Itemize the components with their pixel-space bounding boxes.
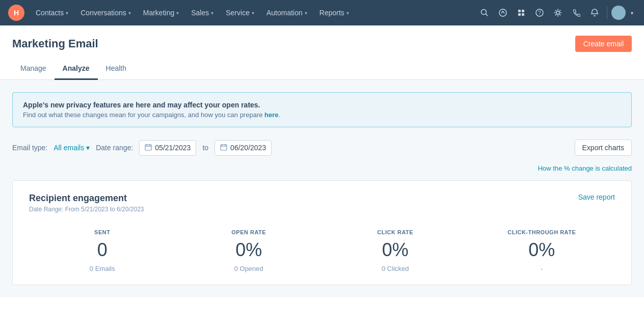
nav-service[interactable]: Service ▾	[221, 6, 259, 20]
engagement-card: Recipient engagement Save report Date Ra…	[12, 180, 632, 285]
svg-rect-12	[145, 145, 151, 150]
nav-reports[interactable]: Reports ▾	[314, 6, 354, 20]
phone-button[interactable]	[568, 5, 584, 21]
page-container: Marketing Email Create email Manage Anal…	[0, 25, 644, 331]
svg-text:H: H	[14, 9, 19, 17]
stat-open-rate: OPEN RATE 0% 0 Opened	[176, 229, 323, 272]
calendar-icon	[220, 144, 227, 152]
date-from-input[interactable]: 05/21/2023	[139, 140, 196, 156]
stat-sent-value: 0	[29, 239, 176, 261]
stat-sent-label: SENT	[29, 229, 176, 235]
notifications-button[interactable]	[586, 5, 603, 21]
svg-text:?: ?	[538, 10, 541, 16]
svg-point-4	[499, 9, 506, 16]
chevron-down-icon: ▾	[86, 144, 90, 152]
stat-click-rate-sub: 0 Clicked	[322, 265, 469, 272]
stat-ctr-sub: -	[469, 265, 615, 272]
chevron-down-icon: ▾	[252, 10, 254, 16]
chevron-down-icon: ▾	[66, 10, 68, 16]
pct-change-section: How the % change is calculated	[12, 164, 632, 172]
stat-sent: SENT 0 0 Emails	[29, 229, 176, 272]
page-title: Marketing Email	[12, 37, 98, 50]
nav-right-actions: ? ▾	[476, 5, 636, 21]
date-to-input[interactable]: 06/20/2023	[214, 140, 272, 156]
tab-analyze[interactable]: Analyze	[55, 58, 98, 80]
svg-rect-7	[518, 13, 521, 16]
save-report-link[interactable]: Save report	[578, 193, 615, 201]
upgrade-button[interactable]	[495, 5, 511, 21]
export-charts-button[interactable]: Export charts	[575, 140, 632, 156]
engagement-header: Recipient engagement Save report	[29, 193, 615, 204]
nav-conversations[interactable]: Conversations ▾	[75, 6, 136, 20]
stat-ctr-value: 0%	[469, 239, 615, 261]
email-type-dropdown[interactable]: All emails ▾	[53, 144, 90, 152]
top-navigation: H Contacts ▾ Conversations ▾ Marketing ▾…	[0, 0, 644, 25]
stat-open-rate-label: OPEN RATE	[176, 229, 323, 235]
stat-click-rate: CLICK RATE 0% 0 Clicked	[322, 229, 469, 272]
engagement-title: Recipient engagement	[29, 193, 127, 204]
help-button[interactable]: ?	[531, 5, 548, 21]
nav-sales[interactable]: Sales ▾	[186, 6, 219, 20]
svg-rect-6	[522, 10, 524, 12]
account-chevron[interactable]: ▾	[628, 5, 636, 21]
banner-link[interactable]: here	[264, 111, 278, 119]
svg-rect-5	[518, 10, 521, 12]
stat-click-through-rate: CLICK-THROUGH RATE 0% -	[469, 229, 615, 272]
chevron-down-icon: ▾	[346, 10, 349, 16]
nav-divider	[607, 7, 607, 19]
page-header: Marketing Email Create email	[0, 25, 644, 52]
svg-rect-8	[522, 13, 524, 16]
filter-row: Email type: All emails ▾ Date range: 05/…	[12, 140, 632, 156]
svg-line-3	[486, 14, 488, 16]
stats-row: SENT 0 0 Emails OPEN RATE 0% 0 Opened CL…	[29, 229, 615, 272]
tab-bar: Manage Analyze Health	[0, 58, 644, 80]
engagement-date-range: Date Range: From 5/21/2023 to 6/20/2023	[29, 206, 615, 213]
stat-sent-sub: 0 Emails	[29, 265, 176, 272]
tab-manage[interactable]: Manage	[12, 58, 55, 80]
privacy-banner: Apple's new privacy features are here an…	[12, 92, 632, 127]
date-separator: to	[202, 144, 208, 152]
svg-point-11	[556, 11, 559, 14]
pct-change-link[interactable]: How the % change is calculated	[538, 164, 632, 172]
main-content: Apple's new privacy features are here an…	[0, 80, 644, 297]
banner-text: Find out what these changes mean for you…	[23, 111, 621, 119]
stat-open-rate-sub: 0 Opened	[176, 265, 323, 272]
stat-click-rate-label: CLICK RATE	[322, 229, 469, 235]
stat-click-rate-value: 0%	[322, 239, 469, 261]
email-type-label: Email type:	[12, 144, 47, 152]
nav-marketing[interactable]: Marketing ▾	[138, 6, 184, 20]
svg-rect-16	[221, 145, 227, 150]
search-button[interactable]	[476, 5, 493, 21]
chevron-down-icon: ▾	[176, 10, 179, 16]
chevron-down-icon: ▾	[128, 10, 131, 16]
stat-open-rate-value: 0%	[176, 239, 323, 261]
nav-contacts[interactable]: Contacts ▾	[31, 6, 73, 20]
grid-button[interactable]	[513, 5, 529, 21]
stat-ctr-label: CLICK-THROUGH RATE	[469, 229, 615, 235]
chevron-down-icon: ▾	[305, 10, 307, 16]
hubspot-logo[interactable]: H	[8, 5, 24, 21]
tab-health[interactable]: Health	[98, 58, 135, 80]
user-avatar[interactable]	[611, 6, 626, 20]
settings-button[interactable]	[550, 5, 566, 21]
date-range-label: Date range:	[96, 144, 133, 152]
chevron-down-icon: ▾	[211, 10, 213, 16]
banner-title: Apple's new privacy features are here an…	[23, 101, 621, 109]
calendar-icon	[145, 144, 152, 152]
create-email-button[interactable]: Create email	[575, 36, 632, 52]
nav-automation[interactable]: Automation ▾	[261, 6, 312, 20]
